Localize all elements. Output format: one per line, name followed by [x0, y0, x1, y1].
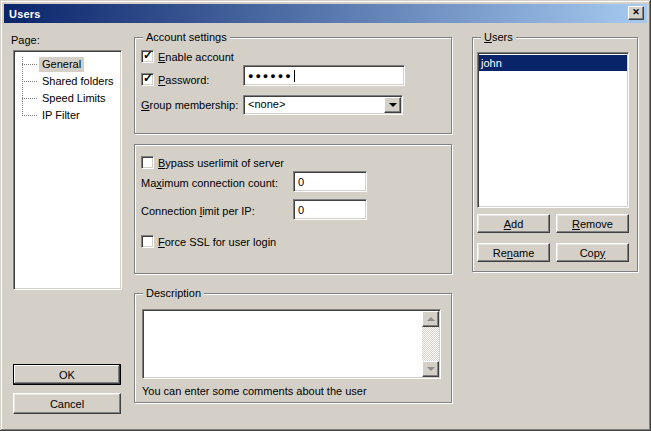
max-connection-label: Maximum connection count:: [141, 176, 278, 190]
text-caret: [294, 70, 295, 82]
close-icon: ✕: [632, 8, 640, 17]
password-input[interactable]: ●●●●●●: [243, 65, 405, 86]
description-group-label: Description: [143, 286, 204, 300]
user-list-item[interactable]: john: [479, 55, 627, 71]
tree-connector-line: [22, 64, 37, 65]
vertical-scrollbar[interactable]: [422, 311, 439, 377]
tree-connector-line: [22, 98, 37, 99]
page-item-speed-limits[interactable]: Speed Limits: [39, 91, 109, 106]
add-button-label: Add: [504, 218, 524, 230]
ok-button[interactable]: OK: [13, 364, 121, 385]
page-item-ip-filter[interactable]: IP Filter: [39, 108, 83, 123]
arrow-down-icon: [427, 367, 435, 371]
users-dialog: Users ✕ Page: General Shared folders Spe…: [0, 0, 651, 431]
scroll-up-button[interactable]: [422, 311, 439, 327]
tree-connector-line: [22, 115, 37, 116]
description-hint: You can enter some comments about the us…: [142, 384, 367, 398]
cancel-button[interactable]: Cancel: [13, 393, 121, 414]
password-masked-value: ●●●●●●: [248, 71, 293, 81]
rename-button-label: Rename: [493, 247, 535, 259]
enable-account-checkbox[interactable]: ✓: [141, 50, 154, 63]
bypass-userlimit-checkbox[interactable]: ✓: [141, 156, 154, 169]
password-checkbox[interactable]: ✓: [141, 73, 154, 86]
description-textarea[interactable]: [142, 309, 441, 379]
enable-account-label: Enable account: [158, 50, 234, 64]
checkmark-icon: ✓: [143, 48, 153, 62]
remove-button-label: Remove: [572, 218, 613, 230]
page-tree: General Shared folders Speed Limits IP F…: [13, 50, 122, 290]
group-membership-label: Group membership:: [141, 98, 238, 112]
users-listbox: john: [477, 52, 629, 208]
page-label: Page:: [11, 33, 40, 47]
checkmark-icon: ✓: [143, 71, 153, 85]
page-item-general[interactable]: General: [39, 57, 84, 72]
force-ssl-checkbox[interactable]: ✓: [141, 235, 154, 248]
copy-button[interactable]: Copy: [556, 243, 629, 262]
group-membership-value: <none>: [248, 98, 285, 110]
tree-connector-line: [22, 57, 23, 116]
bypass-userlimit-label: Bypass userlimit of server: [158, 156, 284, 170]
ip-limit-label: Connection limit per IP:: [141, 204, 255, 218]
tree-connector-line: [22, 81, 37, 82]
titlebar: Users: [4, 4, 647, 23]
password-label: Password:: [158, 73, 209, 87]
rename-button[interactable]: Rename: [477, 243, 550, 262]
force-ssl-label: Force SSL for user login: [158, 235, 276, 249]
cancel-button-label: Cancel: [50, 398, 84, 410]
close-button[interactable]: ✕: [628, 6, 644, 20]
chevron-down-icon: [389, 103, 397, 107]
page-item-shared-folders[interactable]: Shared folders: [39, 74, 117, 89]
window-title: Users: [9, 8, 41, 20]
remove-button[interactable]: Remove: [556, 214, 629, 233]
combo-dropdown-button[interactable]: [384, 97, 401, 113]
ip-limit-input[interactable]: [293, 199, 367, 220]
copy-button-label: Copy: [580, 247, 606, 259]
add-button[interactable]: Add: [477, 214, 550, 233]
group-membership-select[interactable]: <none>: [243, 95, 403, 115]
max-connection-input[interactable]: [293, 171, 367, 192]
users-group-label: Users: [481, 30, 516, 44]
scroll-down-button[interactable]: [422, 361, 439, 377]
account-settings-group-label: Account settings: [143, 30, 230, 44]
arrow-up-icon: [427, 317, 435, 321]
ok-button-label: OK: [59, 369, 75, 381]
